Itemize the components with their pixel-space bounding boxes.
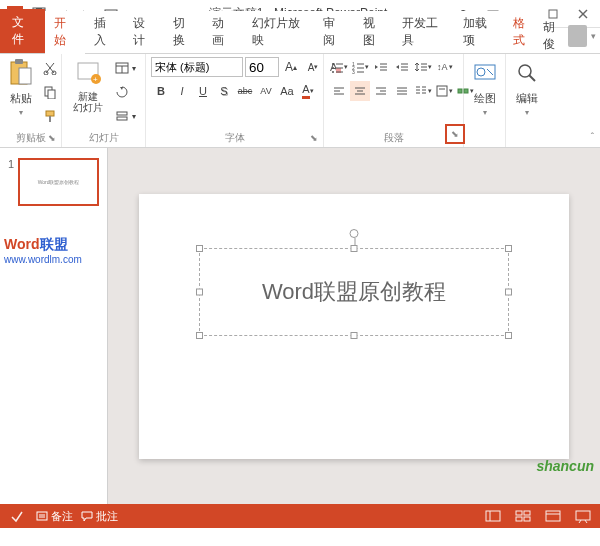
bold-button[interactable]: B (151, 81, 171, 101)
smartart-icon (456, 84, 470, 98)
text-direction-button[interactable]: ↕A▾ (434, 57, 454, 77)
editing-button[interactable]: 编辑 ▾ (511, 57, 543, 117)
italic-button[interactable]: I (172, 81, 192, 101)
paste-button[interactable]: 粘贴 ▾ (5, 57, 37, 117)
tab-slideshow[interactable]: 幻灯片放映 (243, 11, 315, 53)
tab-home[interactable]: 开始 (45, 11, 84, 54)
tab-review[interactable]: 审阅 (314, 11, 353, 53)
increase-font-button[interactable]: A▴ (281, 57, 301, 77)
new-slide-icon: + (72, 57, 104, 89)
copy-button[interactable] (40, 81, 60, 103)
line-spacing-button[interactable]: ▾ (413, 57, 433, 77)
find-icon (511, 57, 543, 89)
reset-icon (115, 85, 129, 99)
format-painter-button[interactable] (40, 105, 60, 127)
resize-handle[interactable] (196, 288, 203, 295)
comments-icon (81, 510, 93, 522)
normal-view-icon[interactable] (482, 507, 504, 525)
font-label: 字体 (151, 129, 318, 145)
slide-area[interactable]: Word联盟原创教程 (108, 148, 600, 504)
notes-button[interactable]: 备注 (36, 509, 73, 524)
resize-handle[interactable] (351, 245, 358, 252)
resize-handle[interactable] (505, 332, 512, 339)
font-launcher-icon[interactable]: ⬊ (307, 131, 321, 145)
textbox-content[interactable]: Word联盟原创教程 (262, 277, 446, 307)
slide-thumbnail[interactable]: Word联盟原创教程 (18, 158, 99, 206)
justify-icon (395, 84, 409, 98)
align-text-button[interactable]: ▾ (434, 81, 454, 101)
align-center-button[interactable] (350, 81, 370, 101)
tab-addins[interactable]: 加载项 (454, 11, 504, 53)
underline-button[interactable]: U (193, 81, 213, 101)
char-spacing-button[interactable]: AV (256, 81, 276, 101)
section-button[interactable]: ▾ (112, 105, 139, 127)
tab-design[interactable]: 设计 (124, 11, 163, 53)
align-right-button[interactable] (371, 81, 391, 101)
increase-indent-icon (395, 60, 409, 74)
increase-indent-button[interactable] (392, 57, 412, 77)
ribbon-tabs: 文件 开始 插入 设计 切换 动画 幻灯片放映 审阅 视图 开发工具 加载项 格… (0, 28, 600, 54)
columns-button[interactable]: ▾ (413, 81, 433, 101)
svg-point-32 (332, 67, 334, 69)
svg-rect-85 (516, 517, 522, 521)
resize-handle[interactable] (351, 332, 358, 339)
reading-view-icon[interactable] (542, 507, 564, 525)
new-slide-label: 新建 幻灯片 (73, 91, 103, 113)
collapse-ribbon-icon[interactable]: ˆ (591, 132, 594, 143)
tab-insert[interactable]: 插入 (85, 11, 124, 53)
slide-canvas[interactable]: Word联盟原创教程 (139, 194, 569, 459)
align-text-icon (435, 84, 449, 98)
user-avatar[interactable] (568, 25, 587, 47)
paragraph-label: 段落 (329, 129, 458, 145)
layout-button[interactable]: ▾ (112, 57, 139, 79)
tab-file[interactable]: 文件 (0, 9, 45, 53)
bullets-button[interactable]: ▾ (329, 57, 349, 77)
svg-rect-83 (516, 511, 522, 515)
watermark-brand: Word联盟 www.wordlm.com (4, 236, 82, 265)
tab-format[interactable]: 格式 (504, 11, 543, 53)
slide-number: 1 (8, 158, 14, 206)
font-size-input[interactable] (245, 57, 279, 77)
svg-rect-12 (15, 59, 23, 64)
user-name[interactable]: 胡俊 (543, 19, 564, 53)
status-bar: 备注 批注 (0, 504, 600, 528)
work-area: 1 Word联盟原创教程 Word联盟 www.wordlm.com Word联… (0, 148, 600, 504)
svg-rect-8 (549, 10, 557, 18)
tab-animations[interactable]: 动画 (203, 11, 242, 53)
rotate-handle-icon[interactable] (350, 229, 359, 238)
tab-transitions[interactable]: 切换 (164, 11, 203, 53)
align-left-button[interactable] (329, 81, 349, 101)
copy-icon (43, 85, 57, 99)
decrease-indent-button[interactable] (371, 57, 391, 77)
numbering-button[interactable]: 123▾ (350, 57, 370, 77)
new-slide-button[interactable]: + 新建 幻灯片 (67, 57, 109, 113)
resize-handle[interactable] (196, 332, 203, 339)
smartart-button[interactable]: ▾ (455, 81, 475, 101)
resize-handle[interactable] (196, 245, 203, 252)
font-name-input[interactable] (151, 57, 243, 77)
spellcheck-icon[interactable] (6, 507, 28, 525)
reset-button[interactable] (112, 81, 139, 103)
paragraph-launcher-icon[interactable]: ⬊ (445, 124, 465, 144)
strike-button[interactable]: abc (235, 81, 255, 101)
resize-handle[interactable] (505, 245, 512, 252)
change-case-button[interactable]: Aa (277, 81, 297, 101)
cut-button[interactable] (40, 57, 60, 79)
svg-rect-86 (524, 517, 530, 521)
svg-rect-73 (464, 89, 468, 93)
sorter-view-icon[interactable] (512, 507, 534, 525)
justify-button[interactable] (392, 81, 412, 101)
slideshow-view-icon[interactable] (572, 507, 594, 525)
format-painter-icon (43, 109, 57, 123)
decrease-font-button[interactable]: A▾ (303, 57, 323, 77)
thumbnail-pane[interactable]: 1 Word联盟原创教程 Word联盟 www.wordlm.com (0, 148, 108, 504)
resize-handle[interactable] (505, 288, 512, 295)
tab-developer[interactable]: 开发工具 (393, 11, 454, 53)
svg-text:↕A: ↕A (437, 62, 448, 72)
comments-button[interactable]: 批注 (81, 509, 118, 524)
clipboard-launcher-icon[interactable]: ⬊ (45, 131, 59, 145)
font-color-button[interactable]: A▾ (298, 81, 318, 101)
tab-view[interactable]: 视图 (354, 11, 393, 53)
shadow-button[interactable]: S (214, 81, 234, 101)
title-textbox[interactable]: Word联盟原创教程 (199, 248, 509, 336)
